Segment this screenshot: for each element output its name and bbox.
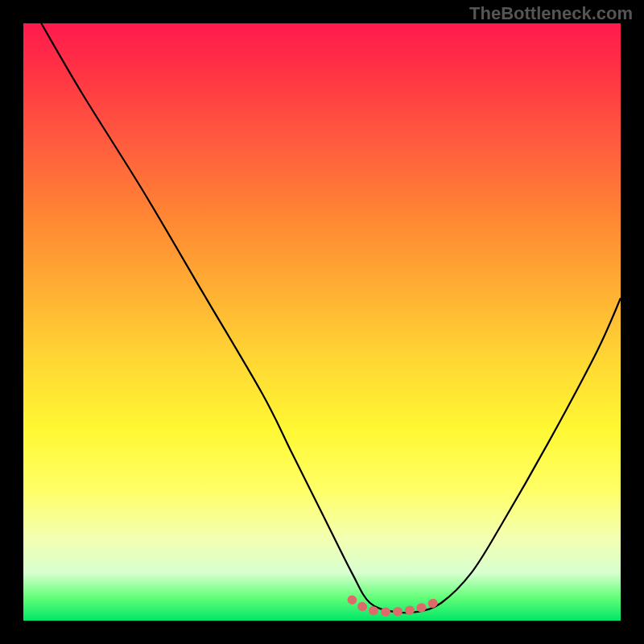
bottleneck-curve	[41, 23, 621, 613]
plot-area	[23, 23, 621, 621]
chart-svg	[23, 23, 621, 621]
watermark-text: TheBottleneck.com	[469, 3, 633, 24]
